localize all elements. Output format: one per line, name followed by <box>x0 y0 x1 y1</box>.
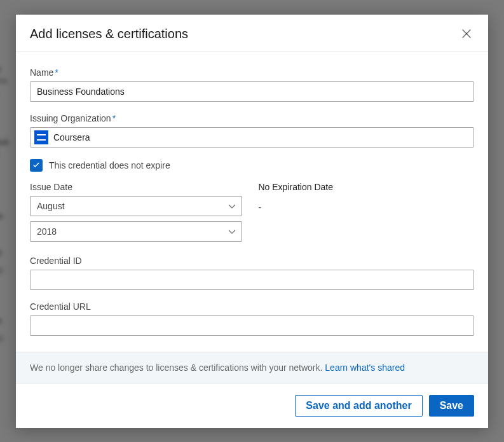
modal-body: Name* Issuing Organization* This credent… <box>16 52 488 352</box>
cred-id-input[interactable] <box>30 270 474 290</box>
coursera-logo-icon <box>34 130 48 144</box>
name-group: Name* <box>30 67 474 102</box>
cred-id-group: Credential ID <box>30 256 474 290</box>
modal-footer: Save and add another Save <box>16 383 488 428</box>
issue-year-select[interactable]: 2018 <box>30 221 242 242</box>
no-expire-label: This credential does not expire <box>49 160 170 170</box>
org-input[interactable] <box>53 128 470 147</box>
org-label: Issuing Organization* <box>30 113 474 123</box>
expiration-value: - <box>259 202 475 212</box>
cred-url-group: Credential URL <box>30 301 474 336</box>
no-expire-checkbox[interactable] <box>30 159 43 172</box>
info-bar: We no longer share changes to licenses &… <box>16 352 488 383</box>
expiration-col: No Expiration Date - <box>259 182 475 247</box>
learn-shared-link[interactable]: Learn what's shared <box>325 363 405 373</box>
date-row: Issue Date August 2018 <box>30 182 474 247</box>
modal-title: Add licenses & certifications <box>30 27 188 41</box>
no-expire-row: This credential does not expire <box>30 159 474 172</box>
close-icon <box>460 27 473 41</box>
issue-date-label: Issue Date <box>30 182 246 192</box>
issue-date-col: Issue Date August 2018 <box>30 182 246 247</box>
org-group: Issuing Organization* <box>30 113 474 148</box>
name-label: Name* <box>30 67 474 78</box>
org-input-wrap[interactable] <box>30 127 474 148</box>
cred-id-label: Credential ID <box>30 256 474 266</box>
save-add-another-button[interactable]: Save and add another <box>295 395 422 417</box>
close-button[interactable] <box>459 26 474 41</box>
cred-url-label: Credential URL <box>30 301 474 312</box>
expiration-label: No Expiration Date <box>259 182 475 192</box>
cred-url-input[interactable] <box>30 315 474 336</box>
checkmark-icon <box>32 161 41 170</box>
add-license-modal: Add licenses & certifications Name* Issu… <box>16 15 488 428</box>
modal-header: Add licenses & certifications <box>16 15 488 52</box>
name-input[interactable] <box>30 81 474 102</box>
info-text: We no longer share changes to licenses &… <box>30 363 325 373</box>
issue-month-select[interactable]: August <box>30 196 242 216</box>
save-button[interactable]: Save <box>429 395 474 417</box>
